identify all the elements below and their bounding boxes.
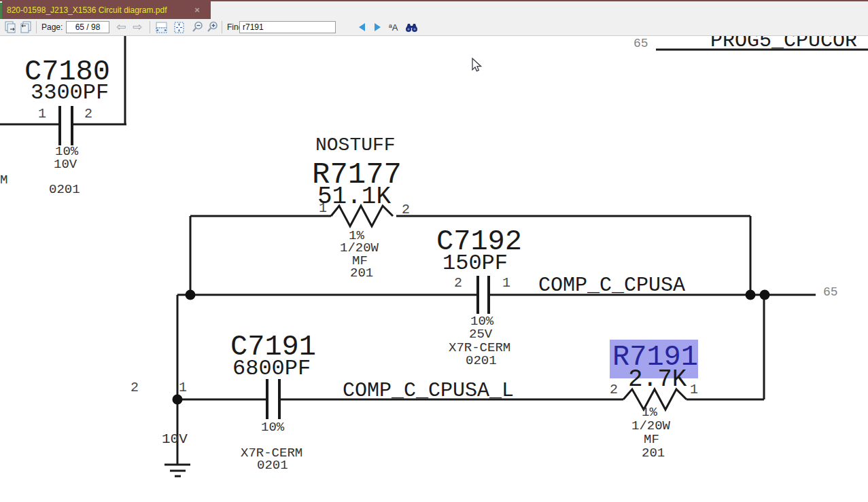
- r7177-package: 201: [350, 267, 373, 280]
- junction-dot: [746, 290, 756, 300]
- tab-bar: 820-01598_J213_X1536 Circuit diagram.pdf…: [0, 1, 868, 19]
- r7191-pin2: 2: [610, 383, 618, 397]
- tab-close-icon[interactable]: ×: [192, 1, 203, 19]
- zoom-out-icon: [191, 20, 205, 34]
- document-tab[interactable]: 820-01598_J213_X1536 Circuit diagram.pdf…: [2, 1, 211, 19]
- c7191-tolerance: 10%: [261, 421, 284, 434]
- junction-dot: [186, 290, 196, 300]
- r7177-pin2: 2: [402, 203, 410, 217]
- fit-page-icon: [173, 21, 186, 34]
- history-forward-button[interactable]: ⇨: [133, 19, 142, 35]
- find-input[interactable]: [240, 22, 335, 33]
- previous-match-icon: [359, 23, 365, 31]
- page-number-input[interactable]: 65 / 98: [66, 21, 109, 33]
- r7191-value: 2.7K: [628, 367, 687, 392]
- c7192-voltage: 25V: [469, 328, 492, 341]
- page-forward-icon-button[interactable]: [19, 19, 33, 35]
- schematic-drawing: [0, 36, 868, 502]
- toolbar: Page: 65 / 98 ⇦ ⇨: [0, 19, 868, 36]
- page-with-arrow-icon: [3, 20, 17, 34]
- r7191-type: MF: [644, 433, 659, 446]
- find-input-wrap: [239, 21, 336, 33]
- clipped-edge-text: M: [0, 174, 7, 187]
- sheet-ref-top: 65: [633, 37, 648, 50]
- net-label-prog5-cpucor: PROG5_CPUCOR: [710, 36, 857, 51]
- c7191-pin1: 1: [179, 381, 187, 395]
- fit-page-button[interactable]: [173, 19, 186, 35]
- find-next-button[interactable]: [375, 19, 381, 35]
- c7180-pin1: 1: [38, 107, 46, 121]
- r7191-power: 1/20W: [631, 420, 670, 433]
- c7191-value: 6800PF: [232, 358, 311, 380]
- fit-width-button[interactable]: [155, 19, 168, 35]
- find-previous-button[interactable]: [359, 19, 365, 35]
- next-match-icon: [375, 23, 381, 31]
- c7180-package: 0201: [49, 183, 80, 196]
- sheet-ref-right: 65: [823, 286, 838, 298]
- capacitor-symbol-c7191: [267, 379, 279, 419]
- r7191-pin1: 1: [690, 383, 698, 397]
- match-case-icon: ªA: [389, 22, 398, 33]
- toolbar-separator: [222, 21, 222, 33]
- zoom-out-button[interactable]: [191, 19, 205, 35]
- c7192-pin2: 2: [454, 276, 462, 290]
- net-label-comp-c-cpusa-l: COMP_C_CPUSA_L: [343, 380, 514, 401]
- zoom-in-icon: [206, 20, 220, 34]
- page-with-arrow-icon: [19, 20, 33, 34]
- history-back-button[interactable]: ⇦: [116, 19, 126, 35]
- page-total: / 98: [86, 22, 100, 32]
- find-all-button[interactable]: [405, 19, 418, 35]
- match-case-button[interactable]: ªA: [389, 19, 398, 35]
- c7192-package: 0201: [466, 355, 497, 367]
- capacitor-symbol-c7192: [478, 276, 489, 314]
- page-label: Page:: [41, 19, 63, 35]
- page-back-icon-button[interactable]: [3, 19, 17, 35]
- r7191-package: 201: [642, 447, 665, 460]
- toolbar-separator: [150, 21, 150, 33]
- r7191-tolerance: 1%: [642, 406, 657, 419]
- ground-voltage: 10V: [162, 432, 188, 446]
- c7192-value: 150PF: [442, 253, 508, 274]
- ground-icon: [164, 465, 190, 476]
- r7177-pin1: 1: [319, 202, 327, 215]
- r7177-value: 51.1K: [317, 185, 391, 209]
- r7177-nostuff: NOSTUFF: [315, 136, 396, 155]
- page-current: 65: [75, 22, 84, 32]
- c7180-value: 3300PF: [31, 82, 109, 104]
- binoculars-icon: [405, 22, 418, 33]
- junction-dot: [173, 395, 183, 405]
- junction-dot: [760, 290, 770, 300]
- mouse-cursor-icon: [472, 58, 481, 71]
- zoom-in-button[interactable]: [206, 19, 220, 35]
- toolbar-separator: [36, 21, 37, 33]
- c7180-voltage: 10V: [54, 158, 77, 171]
- pdf-canvas[interactable]: C7180 3300PF 1 2 10% 10V M 0201 NOSTUFF …: [0, 36, 868, 502]
- forward-arrow-icon: ⇨: [133, 20, 142, 35]
- c7191-package: 0201: [257, 459, 288, 472]
- outer-pin2: 2: [131, 381, 139, 395]
- capacitor-symbol-c7180: [60, 106, 72, 145]
- net-label-comp-c-cpusa: COMP_C_CPUSA: [538, 275, 685, 295]
- c7180-pin2: 2: [84, 107, 92, 121]
- c7192-pin1: 1: [502, 276, 510, 290]
- back-arrow-icon: ⇦: [116, 20, 126, 35]
- tab-title: 820-01598_J213_X1536 Circuit diagram.pdf: [7, 5, 167, 15]
- fit-width-icon: [155, 21, 168, 34]
